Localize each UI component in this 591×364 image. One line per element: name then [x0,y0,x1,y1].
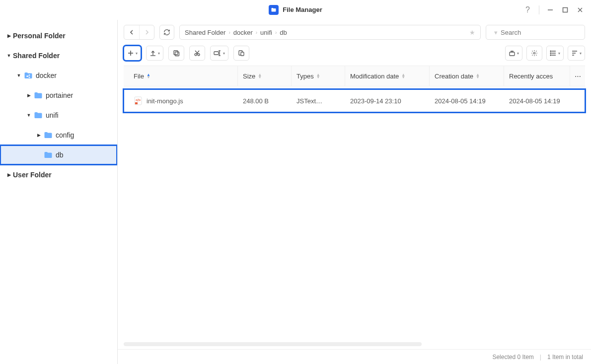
svg-rect-20 [214,52,219,55]
column-header-file[interactable]: File ▲▼ [124,66,238,86]
breadcrumb-item[interactable]: unifi [260,29,272,36]
sidebar-item-db[interactable]: db [0,145,117,165]
create-button[interactable]: ▾ [124,46,141,61]
sort-indicator: ▲▼ [147,73,150,78]
column-options-button[interactable]: ⋯ [570,66,585,86]
column-label: Modification date [350,73,399,80]
sidebar-item-label: config [56,131,74,139]
sort-indicator: ▲▼ [476,73,480,78]
table-header: File ▲▼ Size ▲▼ Types ▲▼ Modification da… [124,66,585,86]
upload-icon [149,50,156,57]
view-mode-button[interactable]: ▾ [546,46,564,61]
caret-down-icon: ▾ [517,51,519,56]
file-name: init-mongo.js [147,97,183,105]
svg-point-17 [198,54,200,56]
expand-icon[interactable] [5,172,13,177]
navigation-toolbar: Shared Folder › docker › unifi › db ★ ▾ [118,20,591,40]
file-type: JSText… [292,97,345,105]
sidebar-item-shared-folder[interactable]: Shared Folder [0,46,117,66]
favorite-button[interactable]: ★ [469,29,475,36]
expand-icon[interactable] [25,93,33,98]
table-row[interactable]: </> init-mongo.js 248.00 B JSText… 2023-… [124,89,585,112]
sidebar-item-unifi[interactable]: unifi [0,105,117,125]
svg-rect-26 [510,52,515,56]
sidebar-item-docker[interactable]: docker [0,66,117,85]
plus-icon [127,50,134,57]
caret-down-icon: ▾ [136,51,138,56]
svg-rect-25 [241,52,244,56]
copy-icon [173,50,180,57]
rename-icon [214,50,222,57]
sidebar-item-label: docker [36,72,57,79]
settings-button[interactable] [526,46,542,61]
breadcrumb-item[interactable]: db [280,29,287,36]
collapse-icon[interactable] [15,73,23,78]
breadcrumb-item[interactable]: docker [233,29,253,36]
briefcase-icon [509,50,516,57]
paste-button[interactable] [233,46,249,61]
sidebar-item-label: Shared Folder [13,52,60,60]
svg-rect-39 [135,102,138,104]
column-label: File [134,73,144,80]
svg-rect-15 [175,52,179,56]
horizontal-scrollbar[interactable] [124,342,422,346]
column-header-modification[interactable]: Modification date ▲▼ [345,66,430,86]
collapse-icon[interactable] [5,53,13,58]
svg-text:</>: </> [136,98,141,102]
sidebar-item-user-folder[interactable]: User Folder [0,165,117,185]
caret-down-icon: ▾ [558,51,560,56]
folder-icon [34,91,43,99]
maximize-button[interactable] [558,3,572,17]
sort-indicator: ▲▼ [401,73,405,78]
expand-icon[interactable] [35,133,43,138]
sidebar-item-label: User Folder [13,171,52,179]
file-modification-date: 2023-09-14 23:10 [345,97,430,105]
column-header-size[interactable]: Size ▲▼ [238,66,292,86]
status-bar: Selected 0 Item | 1 Item in total [118,349,591,364]
sidebar-item-config[interactable]: config [0,125,117,145]
file-table: File ▲▼ Size ▲▼ Types ▲▼ Modification da… [118,66,591,342]
collapse-icon[interactable] [25,113,33,118]
svg-point-16 [195,54,197,56]
caret-down-icon: ▾ [158,51,160,56]
expand-icon[interactable] [5,33,13,38]
search-input[interactable] [501,29,584,36]
search-dropdown-icon[interactable]: ▾ [494,29,498,36]
help-button[interactable]: ? [520,5,535,14]
minimize-button[interactable] [543,3,557,17]
folder-icon [44,131,53,139]
titlebar-divider [539,5,539,14]
file-recent-access: 2024-08-05 14:19 [504,97,585,105]
sort-icon [571,50,578,57]
breadcrumb-item[interactable]: Shared Folder [185,29,225,36]
search-box[interactable]: ▾ [486,25,585,40]
sidebar-item-personal-folder[interactable]: Personal Folder [0,26,117,46]
sidebar: Personal Folder Shared Folder docker por… [0,20,118,364]
sort-indicator: ▲▼ [258,73,262,78]
forward-button[interactable] [139,25,154,39]
column-header-recent[interactable]: Recently acces [504,66,570,86]
svg-point-5 [29,74,30,75]
column-header-creation[interactable]: Creation date ▲▼ [430,66,504,86]
sidebar-item-label: portainer [46,91,73,99]
list-icon [550,50,557,57]
upload-button[interactable]: ▾ [146,46,163,61]
archive-button[interactable]: ▾ [505,46,522,61]
refresh-button[interactable] [159,25,174,40]
cut-button[interactable] [189,46,205,61]
close-button[interactable] [573,3,587,17]
breadcrumb[interactable]: Shared Folder › docker › unifi › db ★ [179,25,481,40]
back-button[interactable] [124,25,139,39]
column-header-types[interactable]: Types ▲▼ [292,66,345,86]
sidebar-item-portainer[interactable]: portainer [0,85,117,105]
action-toolbar: ▾ ▾ ▾ ▾ [118,40,591,66]
svg-point-32 [550,53,551,54]
column-label: Size [243,73,255,80]
folder-icon [34,111,43,119]
rename-button[interactable]: ▾ [210,46,228,61]
sort-button[interactable]: ▾ [568,46,585,61]
svg-rect-14 [174,51,178,55]
copy-button[interactable] [168,46,184,61]
nav-back-forward [124,25,154,40]
window-title: File Manager [283,6,322,13]
